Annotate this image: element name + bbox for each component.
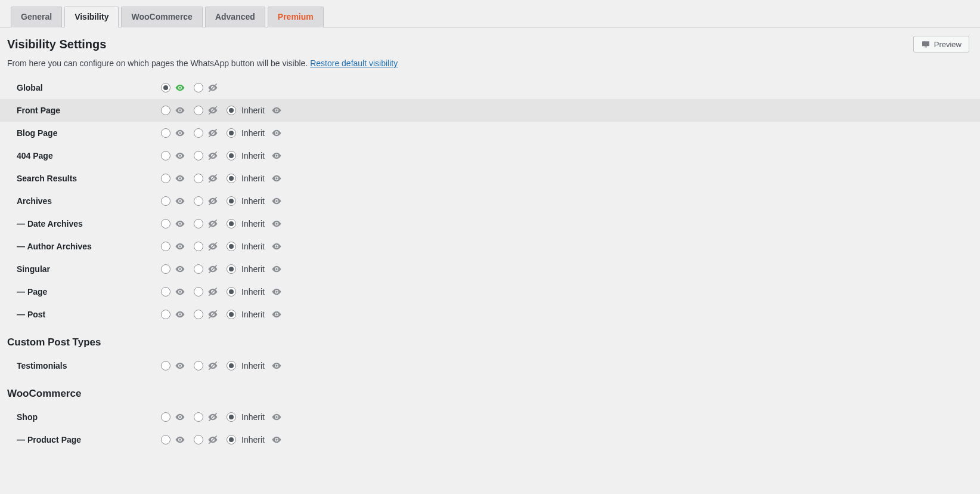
- radio-hide[interactable]: [194, 128, 203, 138]
- tab-premium[interactable]: Premium: [268, 7, 324, 27]
- row-testimonials: TestimonialsInherit: [0, 354, 980, 377]
- inherit-label: Inherit: [241, 174, 265, 183]
- inherit-eye-icon: [271, 412, 282, 422]
- eye-visible-icon: [175, 412, 185, 422]
- inherit-label: Inherit: [241, 287, 265, 297]
- radio-hide[interactable]: [194, 264, 203, 274]
- radio-inherit[interactable]: [227, 435, 236, 444]
- inherit-label: Inherit: [241, 264, 265, 274]
- eye-hidden-icon: [207, 105, 218, 116]
- radio-show[interactable]: [161, 196, 170, 206]
- inherit-label: Inherit: [241, 310, 265, 319]
- tab-visibility[interactable]: Visibility: [64, 7, 119, 27]
- radio-inherit[interactable]: [227, 264, 236, 274]
- row-front_page: Front PageInherit: [0, 99, 980, 122]
- eye-visible-icon: [175, 218, 185, 229]
- eye-visible-icon: [175, 434, 185, 445]
- row-product_page: Product PageInherit: [0, 428, 980, 451]
- radio-inherit[interactable]: [227, 287, 236, 297]
- radio-global-hide[interactable]: [194, 83, 203, 92]
- radio-inherit[interactable]: [227, 151, 236, 160]
- radio-hide[interactable]: [194, 310, 203, 319]
- inherit-label: Inherit: [241, 412, 265, 422]
- radio-inherit[interactable]: [227, 106, 236, 115]
- radio-hide[interactable]: [194, 106, 203, 115]
- eye-hidden-icon: [207, 82, 218, 93]
- eye-hidden-icon: [207, 173, 218, 184]
- radio-hide[interactable]: [194, 361, 203, 370]
- eye-visible-icon: [175, 105, 185, 116]
- eye-visible-icon: [175, 150, 185, 161]
- radio-hide[interactable]: [194, 287, 203, 297]
- inherit-eye-icon: [271, 264, 282, 274]
- radio-inherit[interactable]: [227, 412, 236, 422]
- row-archives: ArchivesInherit: [0, 190, 980, 212]
- preview-icon: [921, 39, 931, 49]
- row-label: Product Page: [17, 435, 161, 444]
- eye-visible-icon: [175, 264, 185, 274]
- radio-show[interactable]: [161, 412, 170, 422]
- radio-hide[interactable]: [194, 242, 203, 251]
- radio-show[interactable]: [161, 310, 170, 319]
- eye-visible-icon: [175, 196, 185, 206]
- radio-show[interactable]: [161, 219, 170, 229]
- tab-advanced[interactable]: Advanced: [205, 7, 265, 27]
- radio-show[interactable]: [161, 435, 170, 444]
- row-label: Front Page: [17, 106, 161, 115]
- radio-hide[interactable]: [194, 219, 203, 229]
- radio-hide[interactable]: [194, 435, 203, 444]
- row-label: Blog Page: [17, 128, 161, 138]
- eye-visible-icon: [175, 241, 185, 252]
- inherit-label: Inherit: [241, 128, 265, 138]
- row-global: Global: [0, 76, 980, 99]
- tab-general[interactable]: General: [11, 7, 62, 27]
- eye-hidden-icon: [207, 196, 218, 206]
- tab-woocommerce[interactable]: WooCommerce: [121, 7, 202, 27]
- inherit-eye-icon: [271, 150, 282, 161]
- radio-inherit[interactable]: [227, 174, 236, 183]
- radio-hide[interactable]: [194, 412, 203, 422]
- preview-label: Preview: [934, 40, 962, 49]
- inherit-label: Inherit: [241, 219, 265, 229]
- inherit-eye-icon: [271, 286, 282, 297]
- tabs-nav: General Visibility WooCommerce Advanced …: [0, 0, 980, 27]
- radio-hide[interactable]: [194, 174, 203, 183]
- radio-show[interactable]: [161, 361, 170, 370]
- restore-default-link[interactable]: Restore default visibility: [310, 58, 398, 68]
- row-label: Shop: [17, 412, 161, 422]
- eye-hidden-icon: [207, 150, 218, 161]
- inherit-eye-icon: [271, 241, 282, 252]
- radio-inherit[interactable]: [227, 219, 236, 229]
- radio-inherit[interactable]: [227, 242, 236, 251]
- eye-visible-icon: [175, 82, 185, 93]
- radio-global-show[interactable]: [161, 83, 170, 92]
- radio-hide[interactable]: [194, 151, 203, 160]
- radio-show[interactable]: [161, 151, 170, 160]
- row-author_archives: Author ArchivesInherit: [0, 235, 980, 258]
- radio-inherit[interactable]: [227, 310, 236, 319]
- eye-hidden-icon: [207, 264, 218, 274]
- eye-hidden-icon: [207, 412, 218, 422]
- radio-show[interactable]: [161, 242, 170, 251]
- radio-show[interactable]: [161, 128, 170, 138]
- page-title: Visibility Settings: [7, 38, 106, 51]
- radio-show[interactable]: [161, 106, 170, 115]
- inherit-eye-icon: [271, 309, 282, 320]
- row-label: Page: [17, 287, 161, 297]
- radio-inherit[interactable]: [227, 361, 236, 370]
- radio-hide[interactable]: [194, 196, 203, 206]
- inherit-label: Inherit: [241, 106, 265, 115]
- eye-hidden-icon: [207, 241, 218, 252]
- eye-hidden-icon: [207, 286, 218, 297]
- radio-inherit[interactable]: [227, 128, 236, 138]
- row-label: Date Archives: [17, 219, 161, 229]
- inherit-eye-icon: [271, 360, 282, 371]
- inherit-label: Inherit: [241, 361, 265, 370]
- radio-show[interactable]: [161, 287, 170, 297]
- radio-show[interactable]: [161, 264, 170, 274]
- inherit-label: Inherit: [241, 151, 265, 160]
- preview-button[interactable]: Preview: [913, 36, 969, 53]
- row-label: Singular: [17, 264, 161, 274]
- radio-inherit[interactable]: [227, 196, 236, 206]
- radio-show[interactable]: [161, 174, 170, 183]
